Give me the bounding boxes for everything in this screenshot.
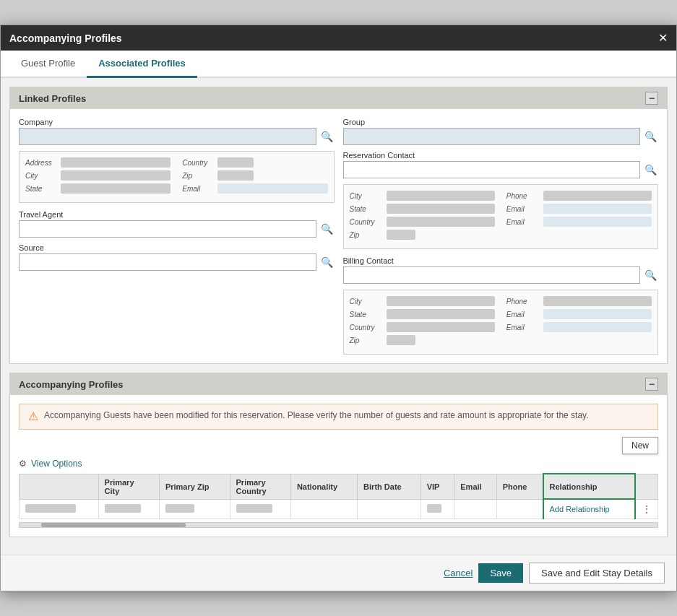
reservation-contact-input-row: 🔍 xyxy=(343,161,659,178)
view-options-row[interactable]: ⚙ View Options xyxy=(19,459,658,469)
modal-title: Accompanying Profiles xyxy=(9,32,122,44)
bc-email1-value xyxy=(543,309,652,319)
rc-zip-field: Zip xyxy=(350,230,495,240)
table-container: PrimaryCity Primary Zip PrimaryCountry N… xyxy=(19,473,658,519)
zip-field: Zip xyxy=(182,170,327,181)
rc-row-3: Country Email xyxy=(350,217,652,227)
table-header: PrimaryCity Primary Zip PrimaryCountry N… xyxy=(20,474,658,499)
state-value xyxy=(61,183,171,194)
add-relationship-link[interactable]: Add Relationship xyxy=(550,505,610,513)
address-field: Address xyxy=(25,157,171,168)
view-options-label: View Options xyxy=(31,459,82,469)
linked-profiles-grid: Company 🔍 Address xyxy=(19,118,658,355)
company-label: Company xyxy=(19,118,335,126)
new-button[interactable]: New xyxy=(622,437,658,454)
horizontal-scrollbar[interactable] xyxy=(19,522,658,528)
rc-email2-field: Email xyxy=(506,217,652,227)
bc-row-2: State Email xyxy=(350,309,652,319)
th-primary-country: PrimaryCountry xyxy=(230,474,290,499)
rc-row-4: Zip xyxy=(350,230,652,240)
rc-row-1: City Phone xyxy=(350,191,652,201)
linked-profiles-section: Linked Profiles − Company 🔍 xyxy=(9,87,668,364)
linked-left-col: Company 🔍 Address xyxy=(19,118,335,355)
bc-state-value xyxy=(387,309,495,319)
close-button[interactable]: ✕ xyxy=(658,31,668,45)
bc-email2-value xyxy=(543,322,652,332)
table-scrollbar-row xyxy=(19,522,658,528)
save-button[interactable]: Save xyxy=(478,563,523,583)
billing-contact-search-btn[interactable]: 🔍 xyxy=(643,268,658,282)
source-input[interactable] xyxy=(19,253,316,271)
billing-contact-input[interactable] xyxy=(343,266,641,284)
reservation-contact-info-box: City Phone State xyxy=(343,184,659,249)
row-actions-btn[interactable]: ⋮ xyxy=(642,503,652,515)
travel-agent-input[interactable] xyxy=(19,220,316,238)
td-phone xyxy=(496,499,543,519)
td-email xyxy=(454,499,496,519)
accompanying-profiles-collapse-btn[interactable]: − xyxy=(645,378,658,391)
rc-row-2: State Email xyxy=(350,204,652,214)
country-field: Country xyxy=(182,157,327,168)
gear-icon: ⚙ xyxy=(19,459,27,469)
save-and-edit-button[interactable]: Save and Edit Stay Details xyxy=(529,563,665,584)
billing-contact-field: Billing Contact 🔍 xyxy=(343,256,659,284)
cancel-button[interactable]: Cancel xyxy=(444,568,473,578)
country-value xyxy=(217,157,254,168)
reservation-contact-search-btn[interactable]: 🔍 xyxy=(643,162,658,177)
linked-profiles-collapse-btn[interactable]: − xyxy=(645,92,658,105)
th-phone: Phone xyxy=(496,474,543,499)
billing-contact-info-box: City Phone State xyxy=(343,290,659,355)
alert-icon: ⚠ xyxy=(28,409,38,423)
rc-email1-field: Email xyxy=(506,204,652,214)
travel-agent-search-btn[interactable]: 🔍 xyxy=(319,222,335,236)
bc-country-value xyxy=(387,322,495,332)
rc-state-value xyxy=(387,204,495,214)
travel-agent-input-row: 🔍 xyxy=(19,220,335,238)
company-search-btn[interactable]: 🔍 xyxy=(319,129,335,144)
th-nationality: Nationality xyxy=(290,474,357,499)
company-input[interactable] xyxy=(19,128,316,145)
th-primary-zip: Primary Zip xyxy=(159,474,230,499)
bc-phone-field: Phone xyxy=(506,296,652,306)
city-field: City xyxy=(25,170,171,181)
address-row-3: State Email xyxy=(25,183,328,194)
group-search-btn[interactable]: 🔍 xyxy=(643,129,658,144)
company-field: Company 🔍 xyxy=(19,118,335,145)
accompanying-profiles-table: PrimaryCity Primary Zip PrimaryCountry N… xyxy=(19,473,658,519)
modal-header: Accompanying Profiles ✕ xyxy=(1,25,676,51)
bc-zip-value xyxy=(387,335,415,345)
table-body: Add Relationship ⋮ xyxy=(20,499,658,519)
td-actions[interactable]: ⋮ xyxy=(635,499,658,519)
th-email: Email xyxy=(454,474,496,499)
tab-associated-profiles[interactable]: Associated Profiles xyxy=(87,51,197,78)
linked-profiles-header: Linked Profiles − xyxy=(10,87,667,109)
rc-country-value xyxy=(387,217,495,227)
td-vip xyxy=(421,499,454,519)
source-search-btn[interactable]: 🔍 xyxy=(319,255,335,269)
linked-right-col: Group 🔍 Reservation Contact 🔍 xyxy=(343,118,659,355)
source-label: Source xyxy=(19,243,335,252)
country-label: Country xyxy=(182,159,215,167)
source-field: Source 🔍 xyxy=(19,243,335,271)
td-primary-zip xyxy=(159,499,230,519)
scrollbar-thumb[interactable] xyxy=(41,523,186,527)
email-value xyxy=(217,183,327,194)
bc-city-field: City xyxy=(350,296,495,306)
tabs-bar: Guest Profile Associated Profiles xyxy=(1,51,676,78)
accompanying-profiles-title: Accompanying Profiles xyxy=(19,379,123,390)
th-actions xyxy=(635,474,658,499)
zip-label: Zip xyxy=(182,172,215,180)
address-value xyxy=(61,157,171,168)
td-relationship: Add Relationship xyxy=(543,499,635,519)
bc-row-4: Zip xyxy=(350,335,652,345)
tab-guest-profile[interactable]: Guest Profile xyxy=(9,51,87,78)
rc-city-field: City xyxy=(350,191,495,201)
header-row: PrimaryCity Primary Zip PrimaryCountry N… xyxy=(20,474,658,499)
billing-contact-input-row: 🔍 xyxy=(343,266,659,284)
linked-profiles-title: Linked Profiles xyxy=(19,93,86,104)
accompanying-profiles-body: ⚠ Accompanying Guests have been modified… xyxy=(10,395,667,537)
group-input[interactable] xyxy=(343,128,641,145)
rc-email1-value xyxy=(543,204,652,214)
reservation-contact-field: Reservation Contact 🔍 xyxy=(343,151,659,178)
reservation-contact-input[interactable] xyxy=(343,161,641,178)
